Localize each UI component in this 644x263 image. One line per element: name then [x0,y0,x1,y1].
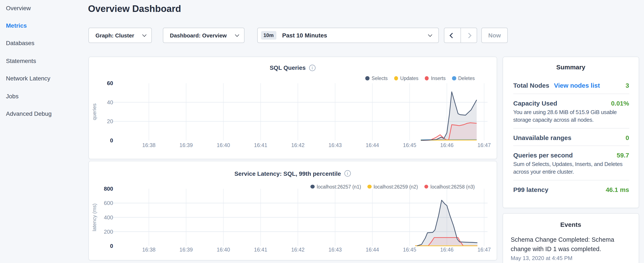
svg-text:16:43: 16:43 [328,246,342,252]
event-timestamp: May 13, 2020 at 4:45 PM [511,254,631,262]
svg-text:0: 0 [110,242,113,249]
svg-text:16:46: 16:46 [440,246,454,252]
svg-text:16:40: 16:40 [216,142,230,148]
summary-row-label: Capacity Used [513,100,557,107]
summary-row-label: Unavailable ranges [513,134,571,141]
svg-text:16:42: 16:42 [291,142,304,148]
dashboard-dropdown[interactable]: Dashboard: Overview [163,28,244,43]
sql-queries-chart-card: SQL Queries i SelectsUpdatesInsertsDelet… [88,57,497,159]
chevron-down-icon [235,32,239,37]
svg-text:400: 400 [104,214,113,220]
svg-text:16:44: 16:44 [366,142,379,148]
time-range-label: Past 10 Minutes [282,32,327,39]
chevron-right-icon [466,33,471,38]
graph-scope-dropdown-label: Graph: Cluster [96,32,134,39]
summary-row-value: 0 [626,134,629,141]
svg-text:16:43: 16:43 [328,142,342,148]
app-root: OverviewMetricsDatabasesStatementsNetwor… [0,0,644,263]
svg-text:60: 60 [107,80,113,86]
svg-text:16:45: 16:45 [403,246,416,252]
summary-row-description: You are using 28.6 MiB of 515.9 GiB usab… [513,109,632,124]
svg-text:16:42: 16:42 [291,246,304,252]
summary-row-label: P99 latency [513,186,548,193]
svg-text:16:41: 16:41 [254,142,267,148]
svg-text:16:39: 16:39 [179,246,193,252]
svg-text:800: 800 [104,185,113,192]
svg-text:16:39: 16:39 [179,142,193,148]
svg-text:200: 200 [104,228,113,235]
chevron-left-icon [450,33,455,38]
events-title: Events [503,214,638,228]
svg-text:queries: queries [91,103,97,120]
time-step-controls [444,28,477,43]
summary-row-value: 3 [626,82,629,89]
sidebar-item-databases[interactable]: Databases [0,35,85,52]
summary-row-value: 46.1 ms [606,186,629,193]
time-range-dropdown[interactable]: 10m Past 10 Minutes [257,28,438,43]
summary-row: Queries per second59.7Sum of Selects, Up… [513,146,629,180]
summary-row: Capacity Used0.01%You are using 28.6 MiB… [513,94,629,129]
svg-text:16:40: 16:40 [216,246,230,252]
summary-row-value: 59.7 [617,151,629,159]
svg-text:16:47: 16:47 [477,246,491,252]
svg-text:16:38: 16:38 [142,142,156,148]
svg-text:16:46: 16:46 [440,142,454,148]
summary-row: P99 latency46.1 ms [513,180,629,197]
sidebar-nav: OverviewMetricsDatabasesStatementsNetwor… [0,0,85,122]
svg-text:16:45: 16:45 [403,142,416,148]
summary-row-value: 0.01% [611,100,629,107]
event-text: Schema Change Completed: Schema change w… [511,235,631,254]
sidebar-item-advanced-debug[interactable]: Advanced Debug [0,105,85,123]
summary-title: Summary [503,57,638,71]
summary-row: Total NodesView nodes list3 [513,71,629,94]
summary-rows: Total NodesView nodes list3Capacity Used… [503,71,638,197]
summary-row-description: Sum of Selects, Updates, Inserts, and De… [513,160,632,176]
svg-text:16:47: 16:47 [477,142,491,148]
svg-text:0: 0 [110,137,113,144]
summary-row-label: Total Nodes [513,82,549,89]
svg-text:40: 40 [107,99,113,106]
view-nodes-list-link[interactable]: View nodes list [554,82,600,89]
time-step-forward-button[interactable] [460,28,477,43]
sidebar-item-statements[interactable]: Statements [0,52,85,70]
sidebar-item-overview[interactable]: Overview [0,0,85,17]
summary-panel: Summary Total NodesView nodes list3Capac… [502,57,639,208]
sidebar-item-metrics[interactable]: Metrics [0,17,85,35]
now-button-label: Now [488,32,501,39]
time-range-badge: 10m [261,31,276,40]
events-panel: Events Schema Change Completed: Schema c… [502,213,639,263]
svg-text:16:41: 16:41 [254,246,267,252]
sidebar-item-network-latency[interactable]: Network Latency [0,70,85,87]
service-latency-plot: 020040060080016:3816:3916:4016:4116:4216… [89,161,497,261]
chevron-down-icon [142,32,146,37]
sql-queries-plot: 020406016:3816:3916:4016:4116:4216:4316:… [89,57,497,160]
sidebar-item-jobs[interactable]: Jobs [0,87,85,105]
events-list: Schema Change Completed: Schema change w… [503,228,638,262]
svg-text:16:44: 16:44 [366,246,379,252]
time-step-back-button[interactable] [444,28,460,43]
svg-text:latency (ms): latency (ms) [91,203,97,231]
svg-text:16:38: 16:38 [142,246,156,252]
chevron-down-icon [428,32,432,37]
svg-text:600: 600 [104,200,113,206]
summary-row-label: Queries per second [513,151,573,159]
service-latency-chart-card: Service Latency: SQL, 99th percentile i … [88,161,497,260]
graph-scope-dropdown[interactable]: Graph: Cluster [88,28,152,43]
summary-row: Unavailable ranges0 [513,129,629,146]
svg-text:20: 20 [107,118,113,124]
page-title: Overview Dashboard [88,4,181,15]
now-button[interactable]: Now [481,28,508,43]
dashboard-dropdown-label: Dashboard: Overview [170,32,227,39]
event-item[interactable]: Schema Change Completed: Schema change w… [503,228,638,262]
